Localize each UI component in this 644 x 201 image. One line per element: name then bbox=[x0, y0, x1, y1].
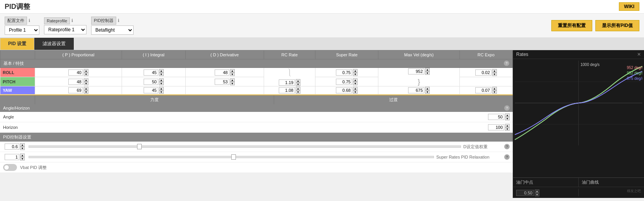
roll-rcexpo-input[interactable] bbox=[475, 69, 491, 76]
col-header-i: ( I ) Integral bbox=[122, 51, 185, 59]
pitch-d-up[interactable]: ▲ bbox=[230, 78, 235, 82]
yaw-rcrate-cell: ▲▼ bbox=[264, 86, 315, 95]
horizon-down[interactable]: ▼ bbox=[505, 127, 510, 131]
wiki-button[interactable]: WIKI bbox=[619, 2, 639, 11]
yaw-i-down[interactable]: ▼ bbox=[159, 90, 164, 94]
throttle-midpoint-input[interactable] bbox=[516, 190, 534, 196]
throttle-midpoint-down[interactable]: ▼ bbox=[535, 193, 539, 196]
roll-rcexpo-up[interactable]: ▲ bbox=[492, 69, 497, 73]
d-weight-input[interactable] bbox=[5, 144, 19, 150]
pitch-i-down[interactable]: ▼ bbox=[159, 82, 164, 85]
roll-i-down[interactable]: ▼ bbox=[159, 73, 164, 76]
tab-pid-settings[interactable]: PID 设置 bbox=[0, 38, 34, 50]
pitch-p-up[interactable]: ▲ bbox=[84, 78, 88, 82]
roll-superrate-input[interactable] bbox=[336, 69, 352, 76]
horizon-input[interactable] bbox=[488, 124, 504, 130]
roll-rcrate-up[interactable]: ▲ bbox=[296, 79, 300, 83]
rateprofile-info-icon[interactable]: ℹ bbox=[71, 18, 73, 23]
super-rates-help-icon[interactable]: ? bbox=[504, 154, 510, 160]
pitch-i-input[interactable] bbox=[144, 79, 158, 85]
svg-text:952 deg/s: 952 deg/s bbox=[627, 66, 643, 70]
throttle-midpoint-up[interactable]: ▲ bbox=[535, 189, 539, 193]
roll-p-up[interactable]: ▲ bbox=[84, 69, 88, 73]
yaw-rcrate-input[interactable] bbox=[279, 87, 295, 93]
left-panel: ( P ) Proportional ( I ) Integral ( D ) … bbox=[0, 50, 513, 198]
yaw-p-input[interactable] bbox=[68, 87, 83, 93]
super-rates-up[interactable]: ▲ bbox=[20, 154, 25, 157]
pitch-i-up[interactable]: ▲ bbox=[159, 78, 164, 82]
profile-select[interactable]: Profile 1 bbox=[5, 25, 39, 35]
roll-d-up[interactable]: ▲ bbox=[230, 69, 235, 73]
tab-filter-settings[interactable]: 滤波器设置 bbox=[34, 38, 74, 50]
pitch-p-down[interactable]: ▼ bbox=[84, 82, 88, 85]
yaw-maxvel-down[interactable]: ▼ bbox=[425, 90, 430, 94]
yaw-maxvel-input[interactable] bbox=[408, 87, 424, 93]
yaw-i-input[interactable] bbox=[144, 87, 158, 93]
basic-help-icon[interactable]: ? bbox=[504, 61, 509, 66]
roll-rcexpo-down[interactable]: ▼ bbox=[492, 73, 497, 76]
yaw-superrate-up[interactable]: ▲ bbox=[353, 87, 358, 90]
yaw-i-up[interactable]: ▲ bbox=[159, 87, 164, 90]
roll-d-down[interactable]: ▼ bbox=[230, 73, 235, 76]
roll-maxvel-up[interactable]: ▲ bbox=[425, 68, 430, 71]
show-all-pid-button[interactable]: 显示所有PID值 bbox=[595, 20, 639, 31]
super-rates-down[interactable]: ▼ bbox=[20, 157, 25, 160]
angle-input[interactable] bbox=[488, 114, 504, 120]
yaw-rcrate-up[interactable]: ▲ bbox=[296, 87, 300, 90]
pitch-superrate-input[interactable] bbox=[336, 79, 352, 85]
angle-down[interactable]: ▼ bbox=[505, 117, 510, 120]
col-header-p: ( P ) Proportional bbox=[35, 51, 122, 59]
throttle-curve-content: 模友之吧 bbox=[579, 189, 641, 196]
angle-label: Angle bbox=[3, 115, 80, 119]
pid-controller-select[interactable]: Betaflight bbox=[91, 25, 134, 35]
pitch-d-input[interactable] bbox=[215, 79, 229, 85]
roll-p-down[interactable]: ▼ bbox=[84, 73, 88, 76]
rates-title: Rates bbox=[516, 52, 528, 57]
roll-p-input[interactable] bbox=[68, 69, 83, 76]
yaw-maxvel-up[interactable]: ▲ bbox=[425, 87, 430, 90]
vbat-toggle[interactable] bbox=[3, 164, 17, 171]
roll-maxvel-input[interactable] bbox=[408, 68, 424, 74]
yaw-superrate-cell: ▲▼ bbox=[315, 86, 378, 95]
yaw-p-up[interactable]: ▲ bbox=[84, 87, 88, 90]
rateprofile-select[interactable]: Rateprofile 1 bbox=[44, 25, 86, 34]
d-weight-slider-track[interactable] bbox=[29, 145, 461, 148]
yaw-p-down[interactable]: ▼ bbox=[84, 90, 88, 94]
ah-help-icon[interactable]: ? bbox=[504, 105, 510, 111]
reset-all-button[interactable]: 重置所有配置 bbox=[551, 20, 592, 31]
super-rates-slider-thumb[interactable] bbox=[231, 154, 236, 160]
horizon-up[interactable]: ▲ bbox=[505, 124, 510, 127]
roll-superrate-up[interactable]: ▲ bbox=[353, 69, 358, 73]
yaw-label-cell: YAW bbox=[0, 86, 35, 95]
roll-i-up[interactable]: ▲ bbox=[159, 69, 164, 73]
config-info-icon[interactable]: ℹ bbox=[29, 18, 30, 23]
yaw-rcexpo-up[interactable]: ▲ bbox=[492, 87, 497, 90]
yaw-rcrate-down[interactable]: ▼ bbox=[296, 90, 300, 94]
rates-chart-container: 1000 deg/s 952 deg/s 952 deg/s 675 deg/s bbox=[513, 59, 644, 177]
roll-label-cell: ROLL bbox=[0, 68, 35, 77]
yaw-superrate-input[interactable] bbox=[336, 87, 352, 93]
pid-controller-info-icon[interactable]: ℹ bbox=[118, 18, 119, 23]
roll-maxvel-down[interactable]: ▼ bbox=[425, 71, 430, 75]
pitch-superrate-down[interactable]: ▼ bbox=[353, 82, 358, 85]
roll-superrate-down[interactable]: ▼ bbox=[353, 73, 358, 76]
pitch-d-down[interactable]: ▼ bbox=[230, 82, 235, 85]
pitch-superrate-up[interactable]: ▲ bbox=[353, 78, 358, 82]
yaw-rcexpo-down[interactable]: ▼ bbox=[492, 90, 497, 94]
yaw-superrate-down[interactable]: ▼ bbox=[353, 90, 358, 94]
d-weight-up[interactable]: ▲ bbox=[20, 143, 25, 147]
d-weight-down[interactable]: ▼ bbox=[20, 147, 25, 150]
d-weight-help-icon[interactable]: ? bbox=[504, 144, 510, 149]
roll-d-input[interactable] bbox=[215, 69, 229, 76]
d-weight-slider-thumb[interactable] bbox=[137, 144, 142, 149]
roll-rcrate-input[interactable] bbox=[279, 79, 295, 86]
roll-i-input[interactable] bbox=[144, 69, 158, 76]
yaw-rcexpo-input[interactable] bbox=[475, 87, 491, 93]
angle-up[interactable]: ▲ bbox=[505, 113, 510, 117]
roll-rcrate-down[interactable]: ▼ bbox=[296, 83, 300, 86]
right-panel: Rates ✕ 1000 deg/s bbox=[513, 50, 644, 198]
super-rates-slider-track[interactable] bbox=[29, 156, 434, 158]
pitch-p-input[interactable] bbox=[68, 79, 83, 85]
super-rates-input[interactable] bbox=[5, 154, 19, 160]
rates-close-icon[interactable]: ✕ bbox=[637, 52, 641, 57]
